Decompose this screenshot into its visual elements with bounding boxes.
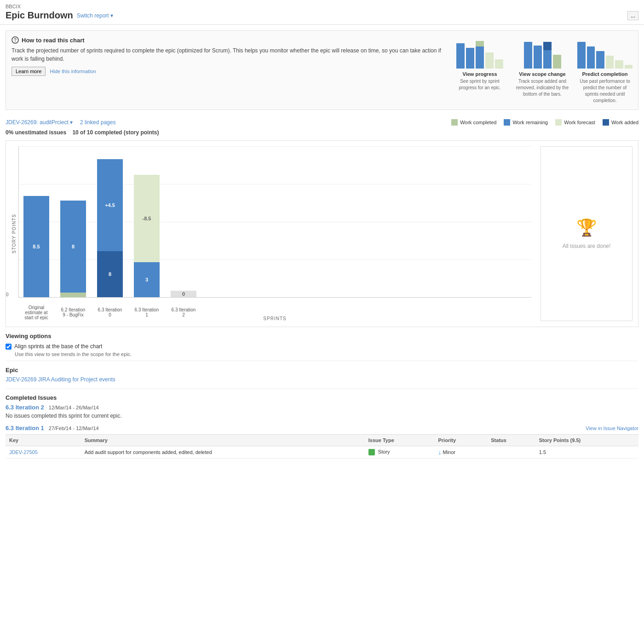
bar-segment-remaining: +4.5: [97, 159, 123, 251]
issue-type-label: Story: [378, 449, 390, 454]
stats-row: JDEV-26269: auditPrciect ▾ 2 linked page…: [0, 115, 644, 129]
mini-bar: [456, 43, 465, 69]
bar-segment-forecast: -8.5: [134, 175, 160, 262]
mini-bar: [543, 50, 552, 69]
y-num: 0: [6, 292, 9, 297]
trophy-icon: 🏆: [576, 218, 597, 237]
bar-stack: 8 +4.5: [97, 159, 123, 297]
epic-section: Epic JDEV-26269 JIRA Auditing for Projec…: [6, 367, 638, 383]
viewing-options: Viewing options Align sprints at the bas…: [6, 333, 638, 357]
sprint-name-iter2: 6.3 Iteration 2: [6, 404, 44, 411]
sprint-header-iter2[interactable]: 6.3 Iteration 2 12/Mar/14 - 26/Mar/14: [6, 404, 638, 411]
chart-section: STORY POINTS 0: [6, 140, 638, 327]
legend-item-forecast: Work forecast: [555, 119, 595, 126]
legend-label-forecast: Work forecast: [564, 120, 595, 125]
info-chart-desc: Track scope added and removed, indicated…: [515, 78, 570, 98]
mini-bar: [495, 59, 503, 69]
table-row: JDEV-27505 Add audit support for compone…: [6, 446, 638, 459]
sprint-header-iter1[interactable]: 6.3 Iteration 1 27/Feb/14 - 12/Mar/14: [6, 425, 99, 431]
bar-original: 8.5 Originalestimate atstart of epic: [23, 196, 49, 297]
stats-completed-text: 10 of 10 completed (story points): [72, 129, 159, 136]
issue-type-badge: [368, 449, 375, 455]
all-done-text: All issues are done!: [563, 243, 611, 249]
mini-bar-group: [543, 42, 552, 69]
all-done-box: 🏆 All issues are done!: [540, 146, 632, 321]
info-description: Track the projected number of sprints re…: [12, 46, 443, 63]
align-sprints-row: Align sprints at the base of the chart: [6, 343, 638, 350]
sprint-dates-iter1: 27/Feb/14 - 12/Mar/14: [49, 426, 99, 431]
align-sprints-checkbox[interactable]: [6, 344, 12, 350]
y-axis-label: STORY POINTS: [12, 146, 17, 321]
col-key: Key: [6, 435, 81, 446]
legend-label-added: Work added: [611, 120, 638, 125]
chart-main: STORY POINTS 0: [12, 146, 531, 321]
issue-key[interactable]: JDEV-27505: [9, 449, 38, 455]
mini-bar: [485, 52, 494, 69]
bar-iter0: 8 +4.5 6.3 Iteration0: [97, 159, 123, 297]
legend-label-completed: Work completed: [460, 120, 496, 125]
issue-priority-cell: ↓ Minor: [434, 446, 487, 459]
mini-bar: [524, 42, 532, 69]
info-chart-scope: View scope change Track scope added and …: [515, 36, 570, 104]
legend-swatch-remaining: [504, 119, 510, 126]
legend-swatch-forecast: [555, 119, 562, 126]
switch-report-link[interactable]: Switch report ▾: [77, 12, 113, 19]
priority-label: Minor: [443, 449, 455, 455]
epic-link[interactable]: JDEV-26269: auditPrciect ▾: [6, 119, 73, 126]
bars-container: 8.5 Originalestimate atstart of epic 8: [23, 146, 196, 297]
viewing-options-title: Viewing options: [6, 333, 638, 339]
bar-segment-remaining: 3: [134, 262, 160, 297]
col-summary: Summary: [81, 435, 365, 446]
divider: [6, 361, 638, 361]
info-panel-title: ? How to read this chart: [12, 36, 443, 44]
mini-chart-scope: [515, 36, 570, 69]
bar-iter1: 3 -8.5 6.3 Iteration1: [134, 175, 160, 297]
info-chart-progress: View progress See sprint by sprint progr…: [452, 36, 507, 104]
page-title: Epic Burndown: [6, 10, 73, 21]
linked-pages-link[interactable]: 2 linked pages: [80, 119, 115, 126]
issue-key-cell: JDEV-27505: [6, 446, 81, 459]
mini-bar: [553, 55, 561, 69]
mini-chart-predict: [577, 36, 632, 69]
legend-swatch-completed: [451, 119, 458, 126]
bar-stack: 8: [60, 201, 86, 297]
col-issue-type: Issue Type: [365, 435, 435, 446]
issues-table: Key Summary Issue Type Priority Status S…: [6, 434, 638, 459]
mini-chart-progress: [452, 36, 507, 69]
align-sprints-label: Align sprints at the base of the chart: [14, 343, 102, 350]
info-chart-title: View progress: [452, 71, 507, 77]
mini-bar: [577, 42, 586, 69]
mini-bar: [615, 60, 623, 69]
bar-segment-remaining: 8: [60, 201, 86, 293]
page-header: BBCIX Epic Burndown Switch report ▾ ...: [0, 0, 644, 25]
more-button[interactable]: ...: [627, 11, 638, 20]
priority-badge: ↓ Minor: [438, 448, 455, 456]
mini-bar: [625, 65, 633, 69]
info-panel: ? How to read this chart Track the proje…: [6, 30, 638, 110]
info-charts: View progress See sprint by sprint progr…: [452, 36, 632, 104]
mini-bar: [606, 56, 614, 69]
completed-issues-section: Completed Issues 6.3 Iteration 2 12/Mar/…: [6, 394, 638, 419]
hide-info-button[interactable]: Hide this information: [50, 69, 96, 74]
stats-completed: 0% unestimated issues 10 of 10 completed…: [0, 129, 644, 137]
priority-icon: ↓: [438, 448, 441, 456]
info-chart-title: Predict completion: [577, 71, 632, 77]
bar-segment-added: 8: [97, 251, 123, 297]
learn-more-button[interactable]: Learn more: [12, 67, 46, 76]
stats-unestimated: 0% unestimated issues: [6, 129, 66, 136]
sprint-header-row-iter1: 6.3 Iteration 1 27/Feb/14 - 12/Mar/14 Vi…: [6, 425, 638, 431]
breadcrumb: BBCIX: [6, 4, 638, 9]
epic-link-item[interactable]: JDEV-26269 JIRA Auditing for Project eve…: [6, 376, 638, 383]
y-axis-numbers: 0: [6, 146, 9, 297]
view-navigator-link[interactable]: View in Issue Navigator: [586, 426, 638, 431]
col-priority: Priority: [434, 435, 487, 446]
sprint-name-iter1: 6.3 Iteration 1: [6, 425, 44, 431]
align-sprints-desc: Use this view to see trends in the scope…: [15, 351, 638, 357]
info-left: ? How to read this chart Track the proje…: [12, 36, 443, 104]
info-chart-desc: Use past performance to predict the numb…: [577, 78, 632, 104]
sprint-dates-iter2: 12/Mar/14 - 26/Mar/14: [49, 405, 99, 410]
bar-label: 6.3 Iteration2: [165, 307, 202, 317]
no-issues-text: No issues completed this sprint for curr…: [6, 413, 638, 419]
issue-points-cell: 1.5: [535, 446, 638, 459]
chart-bars-wrap: 0 8.5 Originalestimate atstart of epic: [18, 146, 531, 298]
